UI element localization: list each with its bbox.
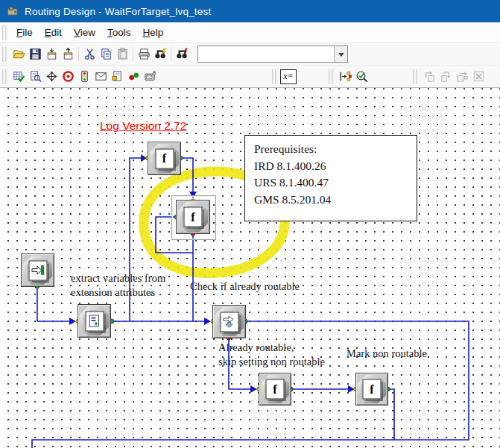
connection-f2-out[interactable] [388, 389, 394, 440]
function-block-top[interactable]: f [148, 142, 181, 175]
box-arrow-loop-icon-disabled [439, 69, 453, 83]
toolbar-grip[interactable] [329, 69, 334, 84]
function-block-highlighted[interactable]: f [176, 200, 210, 234]
design-canvas[interactable]: Log Version 2.72 Prerequisites: IRD 8.1.… [0, 88, 500, 448]
toolbar-separator [171, 47, 171, 62]
entry-arrow-icon [31, 263, 45, 278]
title-bar[interactable]: Routing Design - WaitForTarget_lvq_test [0, 0, 500, 22]
multi-assign-block[interactable] [77, 304, 111, 338]
page-magnifier-icon [28, 69, 42, 83]
diamond-arrows-icon [45, 69, 59, 83]
log-version-label[interactable]: Log Version 2.72 [100, 119, 186, 133]
menubar-grip[interactable] [2, 25, 7, 40]
function-glyph: f [273, 383, 276, 395]
toolbar-grip[interactable] [413, 69, 418, 84]
entry-block[interactable] [21, 253, 54, 287]
toolbar-grip[interactable] [2, 47, 7, 62]
flow-check-button[interactable] [337, 68, 353, 86]
breakpoint-button[interactable] [60, 68, 76, 86]
navigate-button[interactable] [43, 68, 60, 86]
send-message-button[interactable] [92, 68, 109, 86]
app-window: Routing Design - WaitForTarget_lvq_test … [0, 0, 500, 448]
branch-block-check-routable[interactable] [212, 305, 246, 338]
tools-toolbar: x= [0, 66, 500, 88]
annotation-check-routable[interactable]: Check if already routable [190, 280, 300, 294]
check-out-button[interactable] [60, 45, 76, 63]
app-icon [7, 5, 19, 17]
prerequisites-line: GMS 8.5.201.04 [254, 192, 417, 209]
zoom-verify-button[interactable] [353, 68, 370, 86]
function-glyph: f [370, 383, 373, 395]
annotation-already-routable[interactable]: Already routable, skip setting non routa… [218, 341, 325, 369]
preview-button[interactable] [27, 68, 43, 86]
toolbar-separator [133, 47, 133, 62]
call-device-button[interactable] [142, 68, 158, 86]
multi-assign-icon [87, 314, 102, 329]
connection-status-button[interactable] [125, 68, 142, 86]
menu-help[interactable]: Help [137, 24, 170, 41]
box-arrow-out-icon-disabled [455, 69, 469, 83]
prerequisites-line: Prerequisites: [254, 141, 417, 158]
red-green-dots-icon [127, 69, 141, 83]
binoculars-search-icon [154, 47, 168, 61]
annotation-extract-variables[interactable]: extract variables from extension attribu… [71, 271, 165, 300]
check-in-icon [45, 47, 59, 61]
paste-clipboard-icon-disabled [115, 47, 130, 61]
connection-start-to-assign[interactable] [37, 288, 69, 321]
paste-button[interactable] [114, 45, 130, 63]
grid-check-icon [12, 69, 26, 83]
device-mail-icon [143, 69, 157, 83]
search-input[interactable] [198, 46, 334, 62]
function-glyph: f [191, 211, 194, 223]
toolbar-grip[interactable] [2, 69, 7, 84]
printer-icon [137, 47, 151, 61]
cut-scissors-icon [83, 47, 97, 61]
notes-button[interactable] [109, 68, 125, 86]
menu-file[interactable]: File [10, 24, 39, 41]
check-in-button[interactable] [43, 45, 60, 63]
target-icon [61, 69, 75, 83]
save-floppy-icon [28, 47, 42, 61]
combobox-dropdown-button[interactable] [334, 46, 347, 62]
window-title: Routing Design - WaitForTarget_lvq_test [25, 6, 211, 17]
disabled-tool-1-button[interactable] [421, 68, 437, 86]
box-arrow-up-icon-disabled [423, 69, 437, 83]
envelope-icon [94, 69, 108, 83]
disabled-tool-2-button[interactable] [437, 68, 454, 86]
page-note-icon [110, 69, 124, 83]
menu-view[interactable]: View [68, 24, 101, 41]
magnifier-check-icon [355, 69, 369, 83]
function-glyph: f [162, 153, 166, 165]
find-in-flows-button[interactable] [174, 45, 190, 63]
function-block-skip[interactable]: f [259, 373, 291, 406]
prerequisites-box[interactable]: Prerequisites: IRD 8.1.400.26 URS 8.1.40… [244, 135, 417, 221]
function-block-mark-non-routable[interactable]: f [355, 373, 388, 406]
annotation-mark-non-routable[interactable]: Mark non routable [346, 347, 427, 361]
variables-button[interactable]: x= [280, 69, 297, 84]
find-button[interactable] [152, 45, 168, 63]
open-folder-icon [12, 47, 26, 61]
traffic-light-icon [77, 69, 92, 83]
copy-button[interactable] [98, 45, 114, 63]
menu-edit[interactable]: Edit [39, 24, 68, 41]
check-out-icon [61, 47, 75, 61]
disabled-delete-button[interactable] [470, 68, 487, 86]
branch-arrows-icon [222, 315, 237, 329]
search-combobox [197, 45, 348, 63]
open-button[interactable] [10, 45, 27, 63]
toolbar-separator [78, 47, 79, 62]
validate-button[interactable] [10, 68, 27, 86]
main-toolbar [0, 43, 500, 66]
delete-x-icon-disabled [472, 69, 486, 83]
binoculars-filter-icon [175, 47, 189, 61]
monitor-button[interactable] [76, 68, 92, 86]
print-button[interactable] [136, 45, 152, 63]
toolbar-grip[interactable] [272, 69, 277, 84]
menu-tools[interactable]: Tools [101, 24, 137, 41]
save-button[interactable] [27, 45, 43, 63]
disabled-tool-3-button[interactable] [454, 68, 470, 86]
copy-pages-icon [99, 47, 113, 61]
flow-check-icon [338, 69, 352, 83]
menu-bar: File Edit View Tools Help [0, 22, 500, 43]
cut-button[interactable] [81, 45, 98, 63]
